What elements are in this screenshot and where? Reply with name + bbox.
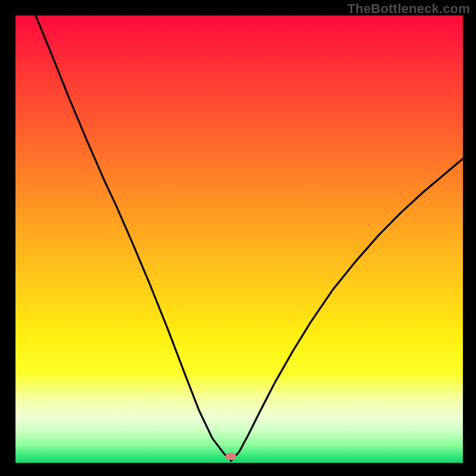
plot-area — [15, 15, 463, 463]
chart-frame: TheBottleneck.com — [0, 0, 476, 476]
minimum-marker — [226, 453, 236, 460]
bottleneck-curve — [15, 15, 463, 463]
watermark-text: TheBottleneck.com — [347, 1, 470, 17]
curve-left-branch — [36, 15, 231, 461]
curve-right-branch — [231, 159, 464, 461]
